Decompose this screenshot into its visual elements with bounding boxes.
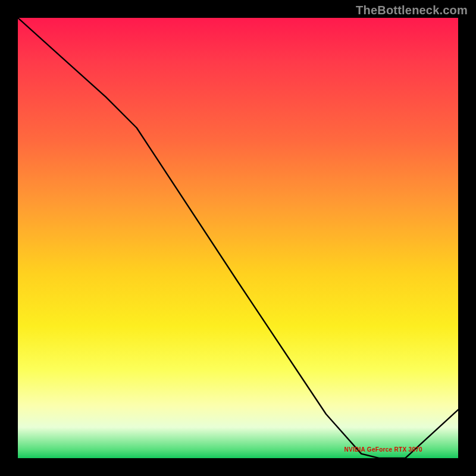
watermark-text: TheBottleneck.com — [356, 4, 468, 17]
line-curve — [18, 18, 458, 458]
annotation-label: NVIDIA GeForce RTX 3070 — [344, 446, 422, 453]
chart-stage: TheBottleneck.com NVIDIA GeForce RTX 307… — [0, 0, 476, 476]
curve-path — [18, 18, 458, 458]
plot-area: NVIDIA GeForce RTX 3070 — [18, 18, 458, 458]
